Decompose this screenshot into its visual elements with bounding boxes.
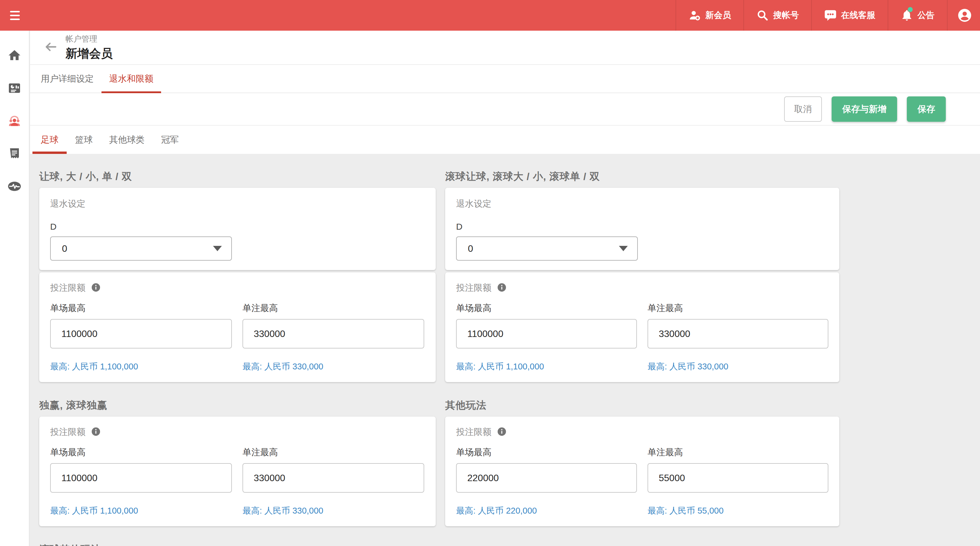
save-and-new-button[interactable]: 保存与新增	[832, 97, 897, 122]
bet-limits-label: 投注限额	[50, 282, 86, 294]
limits-card: 投注限额 单场最高 最高: 人民币 220,000 单注最高	[445, 417, 839, 526]
limits-card: 投注限额 单场最高 最高: 人民币 1,100,000 单注最高	[445, 272, 839, 382]
menu-button[interactable]	[0, 0, 30, 31]
bet-limits-label: 投注限额	[50, 426, 86, 438]
sidebar-item-activity[interactable]	[0, 170, 29, 203]
tab-rebate-limits[interactable]: 退水和限额	[102, 65, 161, 92]
info-icon[interactable]	[91, 283, 101, 294]
search-icon	[756, 9, 769, 22]
section-live-other-plays: 滚球其他玩法 投注限额	[39, 526, 436, 546]
bet-max-label: 单注最高	[242, 302, 424, 314]
arrow-back-icon	[44, 40, 57, 54]
rebate-select-value: 0	[62, 243, 67, 254]
section-title: 滚球让球, 滚球大 / 小, 滚球单 / 双	[445, 170, 839, 183]
sidebar-item-reports[interactable]	[0, 72, 29, 105]
section-handicap: 让球, 大 / 小, 单 / 双 退水设定 D 0 投注限额	[39, 154, 436, 382]
main-area: 帐户管理 新增会员 用户详细设定 退水和限额 取消 保存与新增 保存 足球 篮球…	[30, 31, 980, 546]
section-moneyline: 独赢, 滚球独赢 投注限额 单场最高 最高: 人民币 1,100,000	[39, 382, 436, 526]
rebate-field-label: D	[456, 222, 828, 232]
sport-tab-other-sports[interactable]: 其他球类	[101, 125, 153, 154]
bet-limits-label: 投注限额	[456, 282, 492, 294]
bet-max-note: 最高: 人民币 55,000	[648, 505, 828, 517]
match-max-input[interactable]	[50, 463, 232, 493]
bet-max-input[interactable]	[242, 463, 424, 493]
topbar-item-label: 在线客服	[841, 10, 875, 21]
cancel-button[interactable]: 取消	[784, 97, 822, 122]
sport-tab-basketball[interactable]: 篮球	[67, 125, 101, 154]
breadcrumb: 帐户管理	[65, 33, 113, 44]
save-button[interactable]: 保存	[907, 97, 946, 122]
bet-limits-label: 投注限额	[456, 426, 492, 438]
hamburger-icon	[10, 11, 20, 20]
notification-badge	[908, 7, 913, 12]
rebate-select-value: 0	[468, 243, 473, 254]
sport-tabs: 足球 篮球 其他球类 冠军	[30, 125, 980, 154]
tab-user-details[interactable]: 用户详细设定	[33, 65, 102, 92]
bet-max-note: 最高: 人民币 330,000	[242, 505, 424, 517]
account-circle-icon	[958, 8, 972, 22]
topbar-item-label: 新会员	[705, 10, 731, 21]
match-max-note: 最高: 人民币 1,100,000	[456, 361, 637, 373]
receipt-icon	[7, 146, 22, 162]
bet-max-label: 单注最高	[648, 302, 828, 314]
activity-pulse-icon	[7, 179, 22, 195]
match-max-label: 单场最高	[50, 302, 232, 314]
rebate-field-label: D	[50, 222, 425, 232]
topbar-account-button[interactable]	[947, 0, 980, 31]
members-group-icon	[7, 113, 22, 130]
match-max-label: 单场最高	[456, 446, 637, 459]
content: 让球, 大 / 小, 单 / 双 退水设定 D 0 投注限额	[30, 154, 980, 546]
topbar-item-announcements[interactable]: 公告	[888, 0, 947, 31]
match-max-label: 单场最高	[456, 302, 637, 314]
info-icon[interactable]	[497, 283, 507, 294]
sport-tab-champion[interactable]: 冠军	[153, 125, 187, 154]
rebate-card: 退水设定 D 0	[39, 188, 436, 270]
section-other-plays: 其他玩法 投注限额 单场最高 最高: 人民币 220,000	[445, 382, 839, 526]
page-title: 新增会员	[65, 45, 113, 62]
toolbar: 取消 保存与新增 保存	[30, 93, 980, 125]
bet-max-input[interactable]	[242, 319, 424, 348]
match-max-note: 最高: 人民币 220,000	[456, 505, 637, 517]
rebate-settings-label: 退水设定	[50, 198, 425, 210]
match-max-input[interactable]	[456, 319, 637, 348]
info-icon[interactable]	[497, 427, 507, 438]
bet-max-note: 最高: 人民币 330,000	[242, 361, 424, 373]
person-add-icon	[689, 9, 701, 22]
home-icon	[7, 48, 22, 63]
match-max-note: 最高: 人民币 1,100,000	[50, 361, 232, 373]
chevron-down-icon	[619, 246, 628, 251]
section-title: 独赢, 滚球独赢	[39, 398, 436, 412]
sidebar-item-members[interactable]	[0, 105, 29, 138]
bet-max-input[interactable]	[648, 319, 828, 348]
bet-max-input[interactable]	[648, 463, 828, 493]
rebate-card: 退水设定 D 0	[445, 188, 839, 270]
rebate-select[interactable]: 0	[50, 236, 232, 260]
section-title: 滚球其他玩法	[39, 543, 436, 546]
bet-max-label: 单注最高	[242, 446, 424, 459]
topbar-item-online-support[interactable]: 在线客服	[811, 0, 888, 31]
info-icon[interactable]	[91, 427, 101, 438]
topbar-item-new-member[interactable]: 新会员	[676, 0, 743, 31]
sidebar	[0, 31, 30, 546]
bet-max-note: 最高: 人民币 330,000	[648, 361, 828, 373]
section-title: 让球, 大 / 小, 单 / 双	[39, 170, 436, 183]
sidebar-item-home[interactable]	[0, 40, 29, 72]
match-max-input[interactable]	[456, 463, 637, 493]
chevron-down-icon	[213, 246, 222, 251]
section-live-handicap: 滚球让球, 滚球大 / 小, 滚球单 / 双 退水设定 D 0 投注限额	[445, 154, 839, 382]
bet-max-label: 单注最高	[648, 446, 828, 459]
rebate-select[interactable]: 0	[456, 236, 638, 260]
limits-card: 投注限额 单场最高 最高: 人民币 1,100,000 单注最高	[39, 272, 436, 382]
sidebar-item-receipts[interactable]	[0, 138, 29, 170]
back-button[interactable]	[44, 41, 57, 54]
report-dashboard-icon	[7, 81, 22, 97]
page-header: 帐户管理 新增会员	[30, 31, 980, 65]
match-max-label: 单场最高	[50, 446, 232, 459]
rebate-settings-label: 退水设定	[456, 198, 828, 210]
topbar-item-label: 公告	[918, 10, 935, 21]
sport-tab-football[interactable]: 足球	[32, 125, 67, 154]
limits-card: 投注限额 单场最高 最高: 人民币 1,100,000 单注最高	[39, 417, 436, 526]
match-max-input[interactable]	[50, 319, 232, 348]
topbar-item-search-account[interactable]: 搜帐号	[743, 0, 811, 31]
main-tabs: 用户详细设定 退水和限额	[30, 65, 980, 93]
